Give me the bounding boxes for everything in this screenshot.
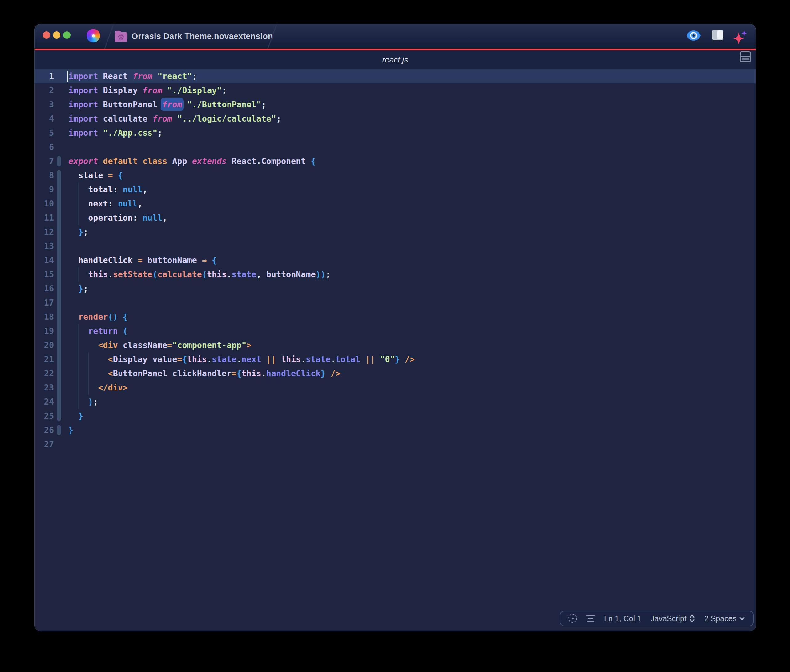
line-number[interactable]: 24 (35, 395, 54, 409)
code-token: from (143, 86, 167, 95)
line-number[interactable]: 16 (35, 282, 54, 296)
project-title[interactable]: Orrasis Dark Theme.novaextension (131, 24, 273, 49)
code-text: }; (68, 225, 88, 239)
code-token: calculate (157, 270, 202, 279)
code-token: < (108, 354, 113, 364)
line-number[interactable]: 3 (35, 98, 54, 112)
code-text: import React from "react"; (68, 69, 197, 83)
line-number[interactable]: 6 (35, 140, 54, 154)
chevron-down-icon (739, 616, 745, 621)
line-number[interactable]: 12 (35, 225, 54, 239)
code-text: render() { (68, 310, 128, 324)
code-token: next (88, 199, 108, 208)
screen-background: ⚙ Orrasis Dark Theme.novaextension (0, 0, 790, 672)
code-token: buttonName (266, 270, 316, 279)
code-token: import (68, 100, 103, 109)
layout-left-pane (713, 30, 717, 39)
code-token: from (152, 114, 177, 123)
line-number[interactable]: 19 (35, 324, 54, 338)
line-number[interactable]: 21 (35, 352, 54, 366)
zoom-button[interactable] (63, 31, 71, 39)
wrap-lines-icon[interactable] (586, 615, 595, 622)
code-line: 11 operation: null, (35, 211, 756, 225)
code-line: 23 </div> (35, 381, 756, 395)
split-editor-icon[interactable] (740, 51, 751, 62)
line-number[interactable]: 18 (35, 310, 54, 324)
preview-eye-icon[interactable] (687, 30, 701, 41)
code-token: "0" (380, 354, 395, 364)
tab-react-js[interactable]: react.js (382, 50, 408, 69)
sparkles-icon[interactable] (733, 30, 747, 44)
editor-layout-icon[interactable] (712, 30, 723, 40)
fold-ribbon[interactable] (57, 156, 61, 166)
line-number[interactable]: 20 (35, 338, 54, 352)
line-number[interactable]: 13 (35, 239, 54, 253)
close-button[interactable] (43, 31, 50, 39)
code-token: || (365, 354, 380, 364)
tab-bar: react.js (35, 50, 756, 69)
code-text: this.setState(calculate(this.state, butt… (68, 267, 331, 282)
line-number[interactable]: 10 (35, 197, 54, 211)
code-token (400, 354, 405, 364)
app-window: ⚙ Orrasis Dark Theme.novaextension (34, 24, 756, 631)
code-token: } (78, 411, 83, 421)
code-lines: 1import React from "react";2import Displ… (35, 69, 756, 451)
line-number[interactable]: 22 (35, 366, 54, 381)
line-number[interactable]: 27 (35, 437, 54, 451)
code-token (68, 255, 78, 265)
line-number[interactable]: 26 (35, 423, 54, 437)
code-line: 18 render() { (35, 310, 756, 324)
line-number[interactable]: 15 (35, 267, 54, 282)
code-token: ( (123, 326, 128, 336)
code-token: ; (261, 100, 266, 109)
minimize-button[interactable] (53, 31, 60, 39)
code-token: . (108, 270, 113, 279)
line-number[interactable]: 5 (35, 126, 54, 140)
code-token: render (78, 312, 108, 322)
code-text: import calculate from "../logic/calculat… (68, 112, 281, 126)
code-token: ; (222, 86, 227, 95)
fold-ribbon[interactable] (57, 170, 61, 421)
code-token: state (78, 170, 108, 180)
code-token: this (187, 354, 207, 364)
fold-ribbon[interactable] (57, 425, 61, 435)
code-token (118, 312, 123, 322)
line-number[interactable]: 9 (35, 182, 54, 197)
gear-icon: ⚙ (115, 33, 127, 42)
code-token: "./ButtonPanel" (187, 100, 261, 109)
code-token: ; (276, 114, 281, 123)
code-token: null (118, 199, 138, 208)
code-token: ; (93, 397, 98, 406)
line-number[interactable]: 25 (35, 409, 54, 423)
line-number[interactable]: 4 (35, 112, 54, 126)
code-token (68, 185, 88, 194)
line-number[interactable]: 7 (35, 154, 54, 168)
nova-app-icon[interactable] (87, 29, 100, 42)
code-token (68, 270, 88, 279)
code-token: return (88, 326, 123, 336)
line-number[interactable]: 17 (35, 296, 54, 310)
extension-folder-icon[interactable]: ⚙ (115, 31, 127, 42)
code-text: import ButtonPanel from "./ButtonPanel"; (68, 98, 266, 112)
editor[interactable]: 1import React from "react";2import Displ… (35, 69, 756, 631)
language-selector[interactable]: JavaScript (651, 614, 695, 623)
line-number[interactable]: 23 (35, 381, 54, 395)
indent-selector[interactable]: 2 Spaces (704, 614, 745, 623)
scope-crosshair-icon[interactable] (568, 614, 577, 623)
code-token: React (103, 71, 132, 81)
cursor-position[interactable]: Ln 1, Col 1 (604, 614, 641, 623)
line-number[interactable]: 1 (35, 69, 54, 83)
code-token: . (256, 156, 261, 166)
code-token (68, 354, 108, 364)
line-number[interactable]: 2 (35, 83, 54, 98)
code-text: } (68, 409, 83, 423)
code-token: { (182, 354, 187, 364)
line-number[interactable]: 14 (35, 253, 54, 267)
code-token: total (336, 354, 365, 364)
code-token: , (162, 213, 167, 222)
line-number[interactable]: 11 (35, 211, 54, 225)
code-text: handleClick = buttonName ⇒ { (68, 253, 217, 267)
line-number[interactable]: 8 (35, 168, 54, 182)
code-line: 25 } (35, 409, 756, 423)
code-token: handleClick (78, 255, 138, 265)
